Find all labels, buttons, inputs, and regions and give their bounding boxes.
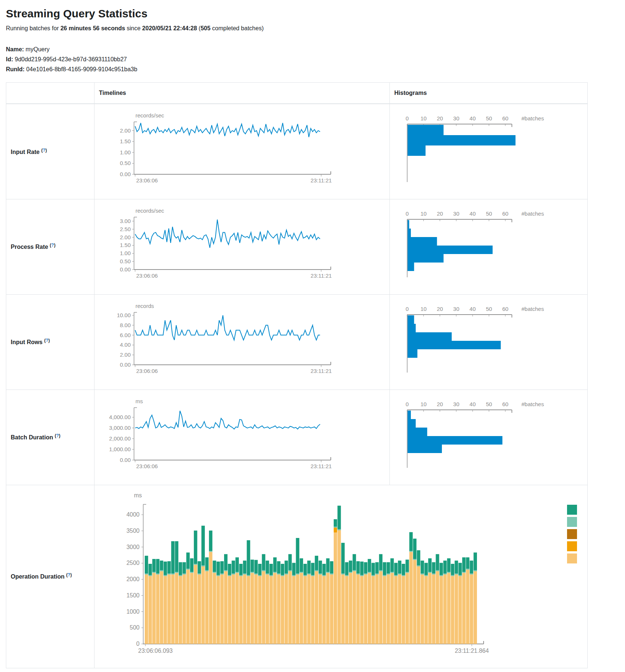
svg-text:2,000.00: 2,000.00 bbox=[109, 435, 131, 442]
svg-text:2.50: 2.50 bbox=[120, 226, 131, 232]
svg-text:#batches: #batches bbox=[522, 401, 544, 407]
svg-text:30: 30 bbox=[453, 115, 460, 121]
svg-text:0: 0 bbox=[406, 115, 409, 121]
svg-text:23:06:06: 23:06:06 bbox=[136, 177, 158, 184]
svg-text:50: 50 bbox=[486, 306, 492, 312]
query-id-value: 9d0dd219-995d-423e-b97d-36931110bb27 bbox=[15, 56, 127, 62]
start-timestamp: 2020/05/21 22:44:28 bbox=[142, 25, 197, 31]
svg-text:8.00: 8.00 bbox=[120, 322, 131, 328]
id-label: Id: bbox=[6, 56, 13, 62]
svg-text:4,000.00: 4,000.00 bbox=[109, 414, 131, 420]
svg-text:3,000.00: 3,000.00 bbox=[109, 425, 131, 431]
svg-text:0.50: 0.50 bbox=[120, 160, 131, 167]
svg-text:10: 10 bbox=[420, 401, 427, 407]
svg-text:20: 20 bbox=[437, 401, 443, 407]
svg-text:50: 50 bbox=[486, 115, 492, 121]
query-runid-value: 04e101e6-8bf8-4165-9099-9104c951ba3b bbox=[26, 66, 137, 72]
empty-header-cell bbox=[6, 83, 95, 104]
help-question-mark[interactable]: ? bbox=[68, 572, 70, 577]
svg-text:2.00: 2.00 bbox=[120, 352, 131, 358]
svg-text:1500: 1500 bbox=[126, 592, 140, 599]
svg-text:20: 20 bbox=[437, 306, 443, 312]
name-label: Name: bbox=[6, 46, 24, 52]
row-label-text: Input Rows bbox=[11, 339, 42, 346]
summary-text: Running batches for bbox=[6, 25, 61, 31]
completed-batches-count: 505 bbox=[200, 25, 210, 31]
svg-text:60: 60 bbox=[502, 115, 508, 121]
svg-text:0.50: 0.50 bbox=[120, 258, 131, 264]
svg-text:30: 30 bbox=[453, 401, 460, 407]
svg-text:1.50: 1.50 bbox=[120, 242, 131, 248]
svg-text:records/sec: records/sec bbox=[135, 112, 164, 119]
svg-text:3000: 3000 bbox=[126, 544, 140, 550]
svg-text:records: records bbox=[135, 303, 154, 309]
svg-text:4000: 4000 bbox=[126, 511, 140, 518]
svg-text:50: 50 bbox=[486, 210, 492, 217]
svg-text:23:11:21: 23:11:21 bbox=[310, 177, 332, 184]
help-icon[interactable]: (?) bbox=[44, 338, 50, 343]
query-metadata: Name: myQuery Id: 9d0dd219-995d-423e-b97… bbox=[6, 44, 619, 74]
svg-text:500: 500 bbox=[130, 624, 140, 631]
svg-text:10: 10 bbox=[420, 115, 427, 121]
svg-text:10: 10 bbox=[420, 306, 427, 312]
svg-text:60: 60 bbox=[502, 306, 508, 312]
summary-text: completed batches) bbox=[210, 25, 264, 31]
process-rate-histogram-chart: 0102030405060#batches bbox=[391, 210, 587, 284]
batch-duration-timeline-chart: ms4,000.003,000.002,000.001,000.000.0023… bbox=[95, 398, 389, 476]
row-label-text: Process Rate bbox=[11, 244, 48, 250]
svg-text:10.00: 10.00 bbox=[117, 312, 131, 318]
legend-swatch bbox=[567, 541, 577, 551]
runid-label: RunId: bbox=[6, 66, 25, 72]
svg-text:2.00: 2.00 bbox=[120, 234, 131, 240]
svg-text:#batches: #batches bbox=[522, 210, 544, 217]
svg-text:20: 20 bbox=[437, 115, 443, 121]
help-icon[interactable]: (?) bbox=[41, 148, 47, 153]
help-icon[interactable]: (?) bbox=[55, 433, 60, 438]
process-rate-row: Process Rate (?) records/sec3.002.502.00… bbox=[6, 199, 588, 294]
svg-text:23:11:21: 23:11:21 bbox=[310, 463, 332, 469]
svg-text:23:06:06.093: 23:06:06.093 bbox=[138, 648, 173, 654]
running-duration: 26 minutes 56 seconds bbox=[61, 25, 125, 31]
row-label-text: Operation Duration bbox=[11, 574, 65, 580]
svg-text:10: 10 bbox=[420, 210, 427, 217]
svg-text:30: 30 bbox=[453, 306, 460, 312]
svg-text:60: 60 bbox=[502, 401, 508, 407]
query-name-line: Name: myQuery bbox=[6, 44, 619, 54]
svg-text:2500: 2500 bbox=[126, 560, 140, 566]
svg-text:23:06:06: 23:06:06 bbox=[136, 368, 158, 374]
input-rate-timeline-chart: records/sec2.001.501.000.500.0023:06:062… bbox=[95, 112, 389, 191]
input-rows-timeline-chart: records10.008.006.004.002.000.0023:06:06… bbox=[95, 303, 389, 381]
help-question-mark[interactable]: ? bbox=[46, 338, 48, 343]
table-header-row: Timelines Histograms bbox=[6, 83, 588, 104]
help-icon[interactable]: (?) bbox=[66, 572, 72, 577]
query-name-value: myQuery bbox=[25, 46, 49, 52]
operation-duration-stacked-chart: ms4000350030002500200015001000500023:06:… bbox=[95, 490, 587, 663]
svg-text:3.00: 3.00 bbox=[120, 218, 131, 224]
query-id-line: Id: 9d0dd219-995d-423e-b97d-36931110bb27 bbox=[6, 54, 619, 64]
svg-text:60: 60 bbox=[502, 210, 508, 217]
row-label-batch-duration: Batch Duration (?) bbox=[6, 390, 95, 485]
legend-swatch bbox=[567, 517, 577, 527]
svg-text:40: 40 bbox=[470, 210, 476, 217]
svg-text:0.00: 0.00 bbox=[120, 171, 131, 177]
help-paren: ) bbox=[71, 572, 72, 577]
svg-text:40: 40 bbox=[470, 306, 476, 312]
svg-text:#batches: #batches bbox=[522, 306, 544, 312]
operation-duration-row: Operation Duration (?) ms400035003000250… bbox=[6, 485, 588, 668]
svg-text:0.00: 0.00 bbox=[120, 361, 131, 368]
timelines-column-header: Timelines bbox=[95, 83, 390, 104]
input-rows-row: Input Rows (?) records10.008.006.004.002… bbox=[6, 294, 588, 390]
svg-text:1.50: 1.50 bbox=[120, 138, 131, 145]
help-icon[interactable]: (?) bbox=[50, 243, 55, 248]
svg-text:30: 30 bbox=[453, 210, 460, 217]
svg-text:records/sec: records/sec bbox=[135, 208, 164, 214]
histograms-column-header: Histograms bbox=[390, 83, 588, 104]
svg-text:1.00: 1.00 bbox=[120, 250, 131, 256]
help-paren: ) bbox=[54, 243, 55, 248]
svg-text:23:06:06: 23:06:06 bbox=[136, 272, 158, 279]
svg-text:0: 0 bbox=[406, 306, 409, 312]
svg-text:1.00: 1.00 bbox=[120, 149, 131, 155]
svg-text:0: 0 bbox=[406, 210, 409, 217]
svg-text:#batches: #batches bbox=[522, 115, 544, 121]
help-question-mark[interactable]: ? bbox=[43, 148, 45, 153]
